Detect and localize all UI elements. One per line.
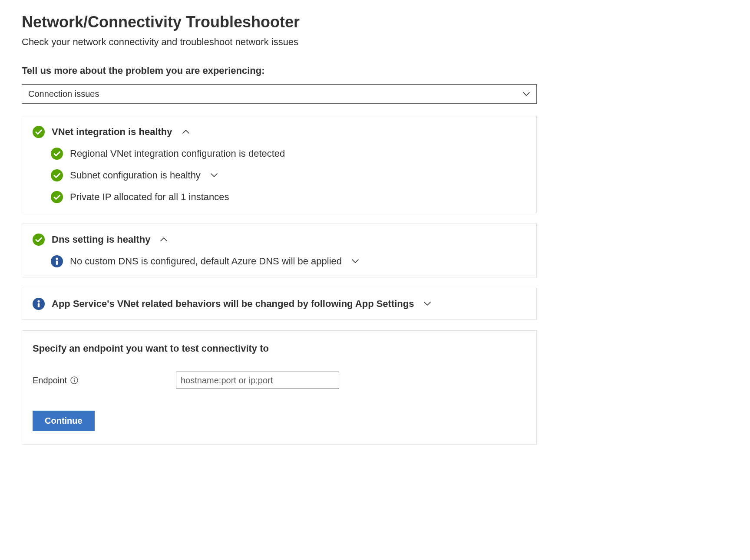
chevron-up-icon bbox=[160, 236, 168, 244]
page-title: Network/Connectivity Troubleshooter bbox=[22, 13, 728, 31]
app-settings-title: App Service's VNet related behaviors wil… bbox=[52, 298, 414, 310]
chevron-up-icon bbox=[182, 128, 190, 136]
info-outline-icon[interactable] bbox=[70, 376, 78, 384]
page-subtitle: Check your network connectivity and trou… bbox=[22, 36, 728, 48]
dns-item-label: No custom DNS is configured, default Azu… bbox=[70, 256, 342, 267]
check-circle-icon bbox=[33, 126, 45, 138]
info-circle-icon bbox=[33, 298, 45, 310]
chevron-down-icon bbox=[522, 90, 530, 98]
vnet-item-label: Private IP allocated for all 1 instances bbox=[70, 191, 229, 203]
vnet-integration-header[interactable]: VNet integration is healthy bbox=[33, 126, 526, 138]
app-settings-header[interactable]: App Service's VNet related behaviors wil… bbox=[33, 298, 526, 310]
vnet-item-subnet[interactable]: Subnet configuration is healthy bbox=[51, 169, 526, 181]
chevron-down-icon bbox=[351, 257, 359, 265]
endpoint-field-label: Endpoint bbox=[33, 376, 172, 385]
endpoint-input[interactable] bbox=[176, 372, 339, 389]
chevron-down-icon bbox=[423, 300, 431, 308]
vnet-item-label: Regional VNet integration configuration … bbox=[70, 148, 285, 159]
check-circle-icon bbox=[51, 169, 63, 181]
vnet-item-regional: Regional VNet integration configuration … bbox=[51, 148, 526, 160]
continue-button[interactable]: Continue bbox=[33, 411, 95, 431]
info-circle-icon bbox=[51, 255, 63, 267]
dns-setting-panel: Dns setting is healthy No custom DNS is … bbox=[22, 224, 537, 277]
problem-dropdown-value: Connection issues bbox=[28, 89, 99, 99]
problem-prompt-label: Tell us more about the problem you are e… bbox=[22, 65, 728, 76]
vnet-item-label: Subnet configuration is healthy bbox=[70, 170, 201, 181]
app-settings-panel: App Service's VNet related behaviors wil… bbox=[22, 288, 537, 320]
dns-setting-header[interactable]: Dns setting is healthy bbox=[33, 234, 526, 246]
vnet-integration-title: VNet integration is healthy bbox=[52, 126, 172, 138]
vnet-item-privateip: Private IP allocated for all 1 instances bbox=[51, 191, 526, 203]
check-circle-icon bbox=[51, 148, 63, 160]
dns-setting-title: Dns setting is healthy bbox=[52, 234, 150, 245]
endpoint-panel-title: Specify an endpoint you want to test con… bbox=[33, 343, 526, 354]
endpoint-panel: Specify an endpoint you want to test con… bbox=[22, 330, 537, 445]
check-circle-icon bbox=[51, 191, 63, 203]
check-circle-icon bbox=[33, 234, 45, 246]
endpoint-label-text: Endpoint bbox=[33, 376, 67, 385]
dns-item-default[interactable]: No custom DNS is configured, default Azu… bbox=[51, 255, 526, 267]
problem-dropdown[interactable]: Connection issues bbox=[22, 84, 537, 104]
vnet-integration-panel: VNet integration is healthy Regional VNe… bbox=[22, 116, 537, 213]
endpoint-row: Endpoint bbox=[33, 372, 526, 389]
chevron-down-icon bbox=[210, 171, 218, 179]
